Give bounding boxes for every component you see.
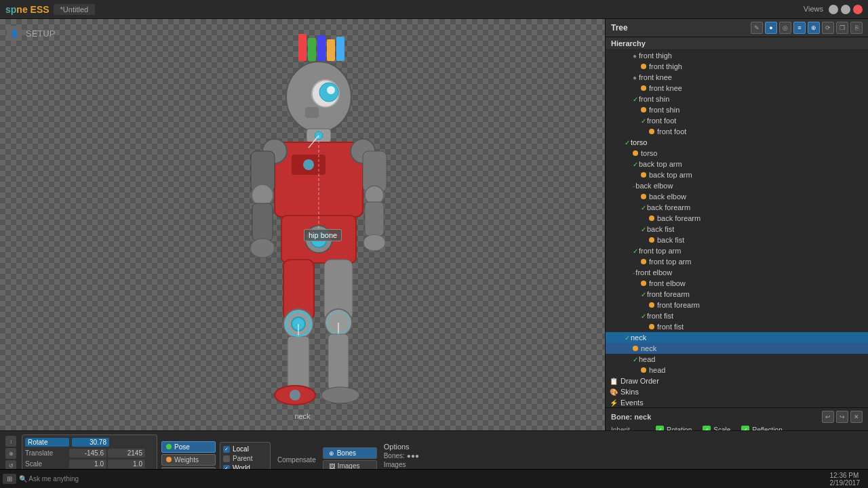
- svg-rect-23: [365, 202, 384, 236]
- panel-btn-bone[interactable]: ⊕: [808, 22, 820, 34]
- local-btn[interactable]: ✓ Local: [223, 445, 267, 453]
- tree-item-label: front shin: [649, 106, 868, 114]
- pose-button[interactable]: Pose: [161, 441, 216, 453]
- panel-btn-circle[interactable]: ●: [765, 22, 777, 34]
- tree-item-label: back top arm: [649, 171, 868, 179]
- tree-item[interactable]: ✓ front forearm: [606, 289, 868, 300]
- tree-item-head-bone[interactable]: head: [606, 365, 868, 375]
- category-skins[interactable]: 🎨 Skins: [606, 386, 868, 397]
- tree-item-label: neck: [641, 344, 868, 352]
- check-icon: ✓: [625, 334, 630, 342]
- tree-item-neck[interactable]: ✓ neck: [606, 332, 868, 343]
- taskbar-items: 🔍 Ask me anything: [19, 475, 830, 483]
- panel-btn-filter[interactable]: ≡: [793, 22, 806, 34]
- tree-item[interactable]: torso: [606, 148, 868, 159]
- tree-item-label: front thigh: [649, 62, 868, 70]
- tool-move[interactable]: ↕: [5, 436, 16, 447]
- cat-label: Events: [620, 399, 644, 407]
- svg-point-17: [252, 184, 273, 206]
- tree-item[interactable]: back elbow: [606, 191, 868, 202]
- tree-item[interactable]: front knee: [606, 83, 868, 94]
- tree-item[interactable]: ✓ front foot: [606, 115, 868, 126]
- panel-btn-tag[interactable]: ◎: [779, 22, 791, 34]
- tree-item-head[interactable]: ✓ head: [606, 354, 868, 365]
- panel-btn-paste[interactable]: ⎘: [850, 22, 863, 34]
- bone-prop-btn-2[interactable]: ↪: [836, 411, 848, 423]
- local-label: Local: [233, 445, 249, 453]
- check-icon: ✓: [633, 247, 638, 255]
- translate-y-input[interactable]: [108, 449, 145, 458]
- tree-item[interactable]: - back elbow: [606, 180, 868, 191]
- check-icon: ✓: [633, 96, 638, 103]
- scale-x-input[interactable]: [69, 460, 106, 468]
- bone-prop-btn-1[interactable]: ↩: [822, 411, 834, 423]
- tree-item[interactable]: front foot: [606, 126, 868, 137]
- rotate-value-input[interactable]: [72, 438, 109, 447]
- cat-label: Draw Order: [620, 377, 659, 385]
- tree-item[interactable]: front top arm: [606, 256, 868, 267]
- tree-item-neck-bone[interactable]: neck: [606, 343, 868, 354]
- tree-item[interactable]: front forearm: [606, 300, 868, 310]
- tree-item[interactable]: ✓ front shin: [606, 94, 868, 104]
- bone-prop-btn-close[interactable]: ✕: [850, 411, 863, 423]
- panel-btn-edit[interactable]: ✎: [751, 22, 763, 34]
- tree-item[interactable]: ✓ front top arm: [606, 245, 868, 256]
- hierarchy-label: Hierarchy: [611, 39, 646, 47]
- tree-item[interactable]: back top arm: [606, 169, 868, 180]
- scale-y-input[interactable]: [108, 460, 145, 468]
- category-events[interactable]: ⚡ Events: [606, 397, 868, 407]
- tree-content[interactable]: Hierarchy ● front thigh front thigh ● fr…: [606, 37, 868, 407]
- tree-item-label: front fist: [657, 323, 868, 331]
- category-draw-order[interactable]: 📋 Draw Order: [606, 375, 868, 386]
- check-icon: ✓: [633, 161, 638, 168]
- bone-name-label: neck: [294, 412, 310, 420]
- tab-untitled[interactable]: *Untitled: [54, 4, 96, 15]
- hip-bone-label: hip bone: [304, 229, 342, 241]
- tree-item[interactable]: front fist: [606, 321, 868, 332]
- options-label: Options: [384, 443, 419, 451]
- tree-item[interactable]: ● front knee: [606, 72, 868, 83]
- weights-dot: [166, 457, 172, 462]
- tree-item[interactable]: front elbow: [606, 278, 868, 289]
- tree-item[interactable]: ✓ back fist: [606, 224, 868, 235]
- tree-item[interactable]: front shin: [606, 104, 868, 115]
- check-icon: ✓: [633, 356, 638, 363]
- canvas-area[interactable]: 👤 SETUP: [0, 19, 605, 488]
- tool-scale[interactable]: ⊕: [5, 448, 16, 459]
- parent-btn[interactable]: Parent: [223, 455, 267, 462]
- svg-point-14: [303, 159, 314, 170]
- windows-start[interactable]: ⊞: [3, 474, 16, 484]
- tree-item[interactable]: ● front thigh: [606, 50, 868, 61]
- panel-btn-link[interactable]: ⟳: [822, 22, 834, 34]
- weights-button[interactable]: Weights: [161, 454, 216, 466]
- tree-item-label: front elbow: [635, 268, 868, 277]
- check-icon: ✓: [641, 204, 646, 211]
- tree-item-label: back elbow: [649, 192, 868, 201]
- tree-item-label: front top arm: [649, 258, 868, 266]
- compensate-col: Compensate: [275, 456, 319, 464]
- tree-item[interactable]: - front elbow: [606, 267, 868, 278]
- rotate-button[interactable]: Rotate: [25, 438, 69, 447]
- tree-item-label: front knee: [649, 84, 868, 92]
- translate-x-input[interactable]: [69, 449, 106, 458]
- bones-tab[interactable]: ⊕ Bones: [323, 447, 377, 459]
- scale-label: Scale: [25, 460, 69, 468]
- bones-option-label: Bones:: [384, 452, 405, 460]
- panel-btn-copy[interactable]: ❐: [836, 22, 848, 34]
- tree-item[interactable]: ✓ back top arm: [606, 159, 868, 169]
- tree-item[interactable]: ✓ back forearm: [606, 202, 868, 213]
- local-check: ✓: [223, 446, 230, 453]
- tree-item[interactable]: back fist: [606, 235, 868, 245]
- images-option: Images: [384, 461, 419, 468]
- setup-text: SETUP: [26, 28, 55, 39]
- tree-item[interactable]: front thigh: [606, 61, 868, 72]
- tree-item[interactable]: ✓ torso: [606, 137, 868, 148]
- tree-item[interactable]: ✓ front fist: [606, 310, 868, 321]
- tree-item[interactable]: back forearm: [606, 213, 868, 224]
- maximize-button[interactable]: [841, 5, 850, 14]
- tree-item-label: back elbow: [635, 182, 868, 190]
- compensate-label: Compensate: [277, 456, 316, 464]
- close-button[interactable]: [853, 5, 863, 14]
- minimize-button[interactable]: [829, 5, 838, 14]
- topbar: spne ESS *Untitled Views: [0, 0, 868, 19]
